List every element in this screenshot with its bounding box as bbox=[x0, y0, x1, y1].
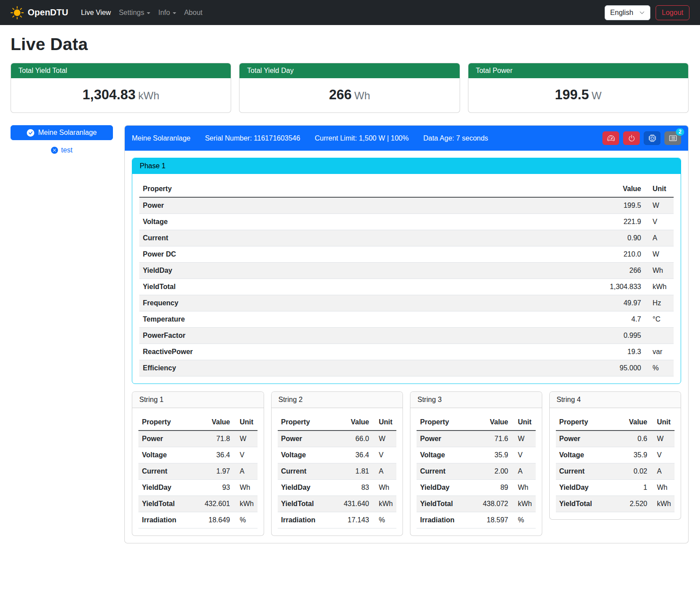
table-row: YieldDay 93 Wh bbox=[138, 480, 258, 496]
property-cell: Current bbox=[139, 230, 442, 246]
list-icon bbox=[669, 134, 677, 142]
column-header-property: Property bbox=[278, 414, 341, 431]
inverter-header-buttons: 2 bbox=[602, 131, 681, 145]
property-cell: Power bbox=[278, 431, 341, 447]
table-row: Current 0.02 A bbox=[556, 463, 675, 480]
value-cell: 210.0 bbox=[442, 246, 645, 263]
string-4-table: Property Value Unit Power bbox=[556, 414, 675, 512]
unit-cell: kWh bbox=[645, 279, 674, 295]
table-row: Voltage 36.4 V bbox=[138, 447, 258, 463]
column-header-property: Property bbox=[556, 414, 620, 431]
total-yield-total-card: Total Yield Total 1,304.83kWh bbox=[11, 63, 231, 113]
table-row: Current 1.97 A bbox=[138, 463, 258, 480]
property-cell: ReactivePower bbox=[139, 344, 442, 360]
property-cell: YieldDay bbox=[278, 480, 341, 496]
property-cell: Irradiation bbox=[417, 512, 479, 528]
property-cell: Power bbox=[417, 431, 479, 447]
unit-cell: % bbox=[645, 360, 674, 376]
property-cell: Irradiation bbox=[278, 512, 341, 528]
value-cell: 1.81 bbox=[340, 463, 373, 480]
inverter-card: Meine Solaranlage Serial Number: 1161716… bbox=[124, 125, 689, 543]
value-cell: 18.597 bbox=[479, 512, 512, 528]
string-title: String 2 bbox=[272, 392, 403, 408]
value-cell: 71.6 bbox=[479, 431, 512, 447]
unit-cell: °C bbox=[645, 311, 674, 328]
unit-cell: A bbox=[234, 463, 258, 480]
nav-item-settings[interactable]: Settings bbox=[115, 5, 154, 20]
inverter-select-button[interactable]: Meine Solaranlage bbox=[11, 125, 113, 140]
string-table-body: Power 71.8 W Voltage 36.4 V bbox=[138, 431, 258, 528]
property-cell: Voltage bbox=[417, 447, 479, 463]
caret-down-icon bbox=[173, 12, 176, 14]
table-row: Power 0.6 W bbox=[556, 431, 675, 447]
table-row: Voltage 221.9 V bbox=[139, 214, 674, 230]
device-info-button[interactable] bbox=[644, 131, 660, 145]
value-cell: 1 bbox=[619, 480, 651, 496]
value-cell: 18.649 bbox=[201, 512, 234, 528]
table-row: YieldDay 266 Wh bbox=[139, 263, 674, 279]
cpu-icon bbox=[649, 134, 656, 142]
language-select[interactable]: English bbox=[605, 5, 650, 20]
table-row: Temperature 4.7 °C bbox=[139, 311, 674, 328]
value-cell: 4.7 bbox=[442, 311, 645, 328]
card-value: 1,304.83 bbox=[83, 87, 136, 102]
table-row: YieldDay 1 Wh bbox=[556, 480, 675, 496]
unit-cell: kWh bbox=[651, 496, 675, 512]
property-cell: Voltage bbox=[139, 214, 442, 230]
string-3-table: Property Value Unit Power bbox=[417, 414, 536, 528]
string-title: String 3 bbox=[410, 392, 542, 408]
value-cell: 1,304.833 bbox=[442, 279, 645, 295]
column-header-property: Property bbox=[417, 414, 479, 431]
sidebar-item-test[interactable]: test bbox=[11, 146, 113, 154]
value-cell: 1.97 bbox=[201, 463, 234, 480]
inverter-data-age: Data Age: 7 seconds bbox=[423, 134, 488, 142]
property-cell: Efficiency bbox=[139, 360, 442, 376]
nav-item-live-view[interactable]: Live View bbox=[77, 5, 115, 20]
column-header-unit: Unit bbox=[645, 181, 674, 197]
property-cell: Frequency bbox=[139, 295, 442, 311]
x-circle-icon[interactable] bbox=[51, 147, 58, 154]
value-cell: 0.90 bbox=[442, 230, 645, 246]
column-header-value: Value bbox=[340, 414, 373, 431]
event-log-button[interactable]: 2 bbox=[664, 131, 681, 145]
brand[interactable]: OpenDTU bbox=[11, 6, 68, 19]
value-cell: 0.6 bbox=[619, 431, 651, 447]
unit-cell: W bbox=[512, 431, 536, 447]
value-cell: 89 bbox=[479, 480, 512, 496]
table-row: Power 199.5 W bbox=[139, 197, 674, 214]
table-row: Power 71.6 W bbox=[417, 431, 536, 447]
unit-cell: A bbox=[512, 463, 536, 480]
table-row: YieldTotal 1,304.833 kWh bbox=[139, 279, 674, 295]
table-row: Irradiation 18.649 % bbox=[138, 512, 258, 528]
power-button[interactable] bbox=[623, 131, 640, 145]
unit-cell: Wh bbox=[512, 480, 536, 496]
table-row: Frequency 49.97 Hz bbox=[139, 295, 674, 311]
card-value: 199.5 bbox=[555, 87, 589, 102]
unit-cell: % bbox=[512, 512, 536, 528]
unit-cell: kWh bbox=[234, 496, 258, 512]
value-cell: 49.97 bbox=[442, 295, 645, 311]
table-row: Efficiency 95.000 % bbox=[139, 360, 674, 376]
table-header-row: Property Value Unit bbox=[278, 414, 397, 431]
nav-item-about[interactable]: About bbox=[180, 5, 207, 20]
unit-cell: V bbox=[651, 447, 675, 463]
value-cell: 17.143 bbox=[340, 512, 373, 528]
table-row: YieldTotal 2.520 kWh bbox=[556, 496, 675, 512]
value-cell: 35.9 bbox=[619, 447, 651, 463]
table-row: Irradiation 17.143 % bbox=[278, 512, 397, 528]
unit-cell: Wh bbox=[234, 480, 258, 496]
nav-item-info[interactable]: Info bbox=[154, 5, 180, 20]
unit-cell: A bbox=[373, 463, 396, 480]
string-1-card: String 1 Property Value Unit bbox=[132, 391, 264, 536]
unit-cell: kWh bbox=[373, 496, 396, 512]
value-cell: 0.02 bbox=[619, 463, 651, 480]
table-row: Power DC 210.0 W bbox=[139, 246, 674, 263]
table-row: YieldTotal 431.640 kWh bbox=[278, 496, 397, 512]
limit-settings-button[interactable] bbox=[602, 131, 619, 145]
sun-icon bbox=[11, 6, 24, 19]
card-unit: W bbox=[591, 90, 602, 101]
table-row: Power 71.8 W bbox=[138, 431, 258, 447]
value-cell: 95.000 bbox=[442, 360, 645, 376]
logout-button[interactable]: Logout bbox=[656, 5, 689, 20]
column-header-unit: Unit bbox=[651, 414, 675, 431]
